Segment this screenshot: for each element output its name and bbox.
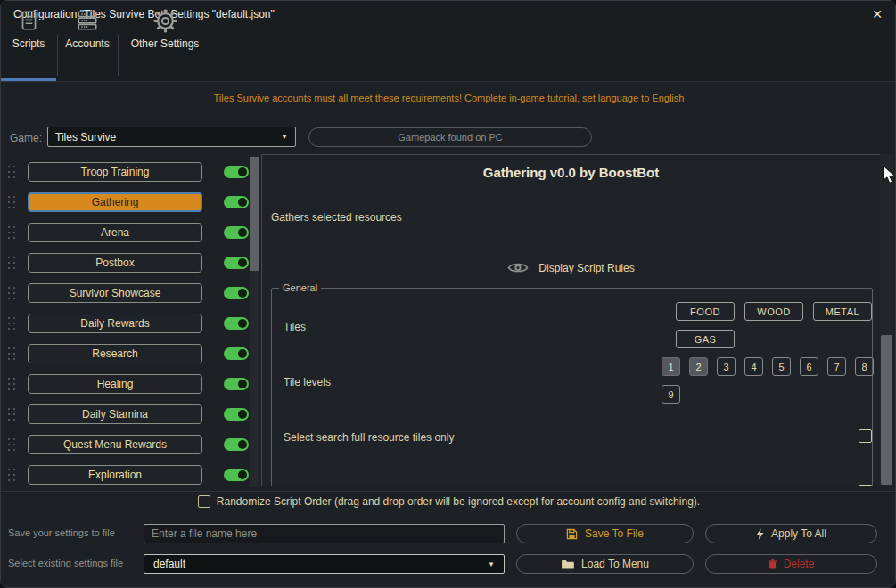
settings-file-select[interactable]: default ▼ xyxy=(144,554,505,574)
apply-to-all-button[interactable]: Apply To All xyxy=(705,524,877,543)
servers-icon xyxy=(76,7,99,34)
close-icon[interactable]: ✕ xyxy=(867,4,888,24)
script-toggle[interactable] xyxy=(224,166,249,178)
drag-handle-icon[interactable] xyxy=(8,378,21,390)
script-toggle[interactable] xyxy=(224,226,249,239)
load-to-menu-button[interactable]: Load To Menu xyxy=(516,554,694,574)
toggle-knob xyxy=(238,198,247,207)
sidebar-scrollbar[interactable] xyxy=(250,156,259,487)
drag-handle-icon[interactable] xyxy=(8,196,21,208)
toggle-knob xyxy=(238,289,247,298)
tile-option-button[interactable]: WOOD xyxy=(744,302,803,321)
script-row: Survivor Showcase xyxy=(1,283,259,303)
script-button[interactable]: Gathering xyxy=(28,192,202,212)
script-row: Troop Training xyxy=(1,162,259,182)
script-row: Research xyxy=(1,344,259,363)
tile-level-button[interactable]: 5 xyxy=(772,357,791,376)
script-toggle[interactable] xyxy=(224,378,249,390)
drag-handle-icon[interactable] xyxy=(8,226,21,239)
tab-other-settings[interactable]: Other Settings xyxy=(119,4,211,52)
panel-scrollbar-thumb[interactable] xyxy=(881,335,892,485)
script-toggle[interactable] xyxy=(224,347,249,360)
script-button[interactable]: Healing xyxy=(28,374,202,394)
tile-level-button[interactable]: 4 xyxy=(744,357,763,376)
script-button[interactable]: Postbox xyxy=(28,253,202,273)
tile-level-button[interactable]: 1 xyxy=(662,357,680,376)
randomize-checkbox[interactable] xyxy=(198,495,210,508)
tile-level-button[interactable]: 7 xyxy=(827,357,846,376)
drag-handle-icon[interactable] xyxy=(8,317,21,330)
tile-level-button[interactable]: 6 xyxy=(800,357,818,376)
script-row: Postbox xyxy=(1,253,259,273)
tiles-label: Tiles xyxy=(284,321,306,333)
toggle-knob xyxy=(238,380,247,388)
full-tiles-label: Select search full resource tiles only xyxy=(284,431,454,444)
script-button[interactable]: Research xyxy=(28,344,202,363)
game-select-value: Tiles Survive xyxy=(55,131,281,143)
script-button[interactable]: Daily Rewards xyxy=(28,314,202,333)
script-settings-panel: Gathering v0.0 by BoostBot Gathers selec… xyxy=(261,154,880,486)
script-button[interactable]: Arena xyxy=(28,223,202,242)
tile-level-button[interactable]: 3 xyxy=(717,357,736,376)
script-button[interactable]: Troop Training xyxy=(28,162,202,182)
tile-level-button[interactable]: 2 xyxy=(689,357,708,376)
file-name-input[interactable] xyxy=(144,524,505,543)
sidebar-scrollbar-thumb[interactable] xyxy=(250,157,259,271)
panel-scrollbar[interactable] xyxy=(880,154,893,486)
load-to-menu-label: Load To Menu xyxy=(581,558,649,570)
drag-handle-icon[interactable] xyxy=(8,347,21,360)
tile-options: FOOD WOOD METAL GAS xyxy=(676,302,877,348)
script-toggle[interactable] xyxy=(224,317,249,330)
script-list: Troop Training Gathering Arena Postbox xyxy=(1,154,259,491)
tile-option-button[interactable]: FOOD xyxy=(676,302,735,321)
clipped-checkbox xyxy=(859,485,872,486)
drag-handle-icon[interactable] xyxy=(8,287,21,299)
script-row: Daily Rewards xyxy=(1,314,259,333)
divider xyxy=(1,491,896,492)
gamepack-status-button[interactable]: Gamepack found on PC xyxy=(308,127,592,147)
script-toggle[interactable] xyxy=(224,196,249,208)
toggle-knob xyxy=(238,440,247,449)
toggle-knob xyxy=(238,167,247,176)
chevron-down-icon: ▼ xyxy=(488,560,495,568)
randomize-label: Randomize Script Order (drag and drop or… xyxy=(217,495,700,508)
drag-handle-icon[interactable] xyxy=(8,438,21,451)
trash-icon xyxy=(769,559,777,569)
script-button[interactable]: Daily Stamina xyxy=(28,404,202,424)
apply-to-all-label: Apply To All xyxy=(771,527,826,540)
script-toggle[interactable] xyxy=(224,287,249,299)
script-button[interactable]: Quest Menu Rewards xyxy=(28,435,202,454)
script-row: Gathering xyxy=(1,192,259,212)
drag-handle-icon[interactable] xyxy=(8,469,21,481)
tile-option-button[interactable]: METAL xyxy=(813,302,872,321)
script-description: Gathers selected resources xyxy=(271,211,402,224)
settings-file-value: default xyxy=(153,558,488,570)
tile-levels-label: Tile levels xyxy=(284,376,331,388)
script-button[interactable]: Survivor Showcase xyxy=(28,283,202,303)
tab-scripts[interactable]: Scripts xyxy=(1,4,56,52)
script-panel-title: Gathering v0.0 by BoostBot xyxy=(262,165,880,180)
save-to-file-button[interactable]: Save To File xyxy=(516,524,694,543)
tile-level-button[interactable]: 8 xyxy=(855,357,874,376)
script-toggle[interactable] xyxy=(224,438,249,451)
script-toggle[interactable] xyxy=(224,469,249,481)
tile-option-button[interactable]: GAS xyxy=(676,330,735,348)
script-row: Daily Stamina xyxy=(1,404,259,424)
tab-accounts[interactable]: Accounts xyxy=(58,4,117,52)
drag-handle-icon[interactable] xyxy=(8,166,21,178)
toggle-knob xyxy=(238,410,247,419)
drag-handle-icon[interactable] xyxy=(8,408,21,421)
display-script-rules-label: Display Script Rules xyxy=(538,262,634,274)
delete-button[interactable]: Delete xyxy=(705,554,877,574)
script-button[interactable]: Exploration xyxy=(28,465,202,485)
drag-handle-icon[interactable] xyxy=(8,257,21,269)
script-toggle[interactable] xyxy=(224,408,249,421)
script-toggle[interactable] xyxy=(224,257,249,269)
tile-level-button[interactable]: 9 xyxy=(662,385,680,404)
game-select[interactable]: Tiles Survive ▼ xyxy=(47,127,296,147)
display-script-rules-button[interactable]: Display Script Rules xyxy=(262,261,880,274)
config-window: Configuration "Tiles Survive Bot" Settin… xyxy=(0,0,896,588)
randomize-row: Randomize Script Order (drag and drop or… xyxy=(1,494,896,510)
toggle-knob xyxy=(238,349,247,358)
full-tiles-checkbox[interactable] xyxy=(859,429,872,443)
